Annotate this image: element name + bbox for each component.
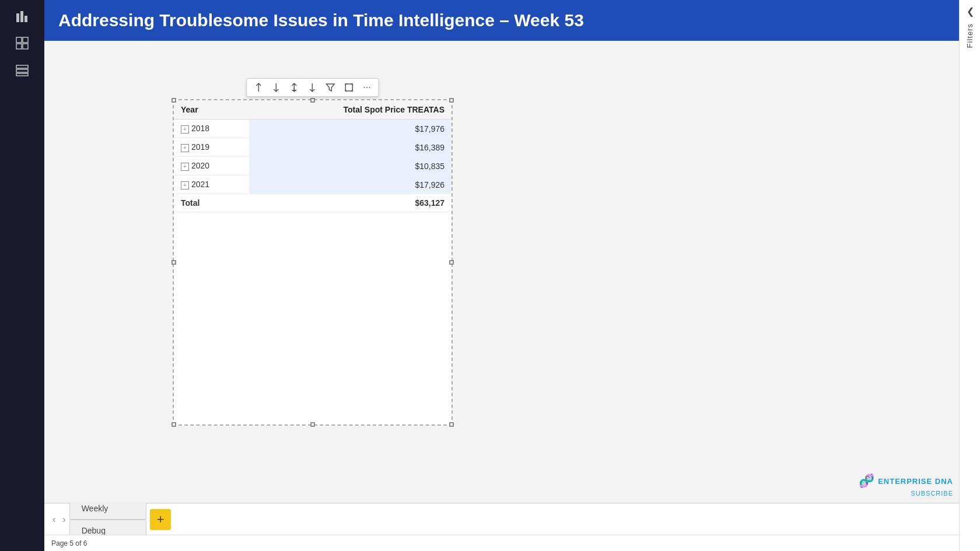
year-cell: +2018 (174, 120, 249, 138)
year-cell: +2019 (174, 138, 249, 157)
value-cell: $10,835 (249, 157, 452, 176)
expand-row-icon[interactable]: + (181, 163, 189, 171)
tab-prev-button[interactable]: ‹ (49, 512, 59, 527)
table-row[interactable]: +2020 $10,835 (174, 157, 452, 176)
sort-desc-button[interactable] (270, 81, 282, 94)
svg-rect-3 (16, 37, 22, 43)
watermark-text: ENTERPRISE DNA (878, 476, 953, 486)
table-row[interactable]: +2021 $17,926 (174, 176, 452, 194)
add-tab-button[interactable]: + (150, 509, 171, 530)
enterprise-dna-watermark: 🧬 ENTERPRISE DNA SUBSCRIBE (859, 473, 953, 497)
layers-icon[interactable] (10, 58, 34, 82)
filter-panel-label[interactable]: Filters (965, 23, 974, 48)
dna-icon: 🧬 (859, 473, 874, 489)
resize-handle-top-center[interactable] (310, 98, 315, 103)
table-visual[interactable]: ··· Year Total Spot Price TREATAS +2018 … (173, 99, 453, 426)
svg-rect-0 (16, 13, 19, 22)
value-column-header[interactable]: Total Spot Price TREATAS (249, 100, 452, 120)
focus-button[interactable] (342, 82, 355, 93)
svg-rect-8 (16, 69, 28, 72)
svg-rect-6 (23, 44, 28, 49)
value-cell: $17,976 (249, 120, 452, 138)
svg-rect-11 (345, 84, 352, 91)
grid-icon[interactable] (10, 31, 34, 55)
expand-row-icon[interactable]: + (181, 125, 189, 134)
resize-handle-mid-right[interactable] (449, 260, 454, 265)
watermark-logo: 🧬 ENTERPRISE DNA (859, 473, 953, 489)
table-row[interactable]: +2019 $16,389 (174, 138, 452, 157)
total-value-cell: $63,127 (249, 194, 452, 212)
tab-next-button[interactable]: › (59, 512, 69, 527)
more-options-button[interactable]: ··· (361, 81, 372, 94)
sidebar (0, 0, 44, 551)
resize-handle-bot-right[interactable] (449, 422, 454, 427)
table-body: +2018 $17,976 +2019 $16,389 +2020 $10,83… (174, 120, 452, 212)
bar-chart-icon[interactable] (10, 5, 34, 28)
table-total-row: Total $63,127 (174, 194, 452, 212)
filter-button[interactable] (324, 82, 337, 93)
value-cell: $16,389 (249, 138, 452, 157)
svg-rect-1 (20, 11, 23, 22)
page-title: Addressing Troublesome Issues in Time In… (58, 10, 584, 30)
year-cell: +2021 (174, 176, 249, 194)
table-toolbar: ··· (246, 78, 379, 97)
drill-down-button[interactable] (306, 81, 318, 94)
page-status: Page 5 of 6 (51, 539, 87, 548)
resize-handle-bot-left[interactable] (172, 422, 176, 427)
expand-row-icon[interactable]: + (181, 144, 189, 152)
filter-panel[interactable]: ❮ Filters (959, 0, 980, 551)
total-label-cell: Total (174, 194, 249, 212)
content-area: ··· Year Total Spot Price TREATAS +2018 … (44, 41, 959, 503)
svg-rect-2 (24, 16, 27, 22)
expand-row-icon[interactable]: + (181, 181, 189, 189)
resize-handle-top-left[interactable] (172, 98, 176, 103)
filter-chevron-icon[interactable]: ❮ (967, 6, 974, 17)
data-table: Year Total Spot Price TREATAS +2018 $17,… (174, 100, 452, 212)
table-row[interactable]: +2018 $17,976 (174, 120, 452, 138)
svg-rect-9 (16, 73, 28, 76)
resize-handle-top-right[interactable] (449, 98, 454, 103)
value-cell: $17,926 (249, 176, 452, 194)
header-banner: Addressing Troublesome Issues in Time In… (44, 0, 959, 41)
svg-rect-7 (16, 65, 28, 68)
svg-rect-5 (16, 44, 22, 49)
year-column-header[interactable]: Year (174, 100, 249, 120)
watermark-company-name: ENTERPRISE DNA (878, 477, 953, 486)
watermark-subscribe-label: SUBSCRIBE (911, 490, 953, 497)
drill-up-button[interactable] (288, 81, 300, 94)
resize-handle-bot-center[interactable] (310, 422, 315, 427)
sort-asc-button[interactable] (253, 81, 264, 94)
resize-handle-mid-left[interactable] (172, 260, 176, 265)
year-cell: +2020 (174, 157, 249, 176)
main-content: Addressing Troublesome Issues in Time In… (44, 0, 959, 551)
status-bar: Page 5 of 6 (44, 535, 959, 551)
svg-rect-4 (23, 37, 28, 43)
tab-bar: ‹ › MonthlyWeekly WrongWeeklyDebugWeek 5… (44, 503, 959, 535)
